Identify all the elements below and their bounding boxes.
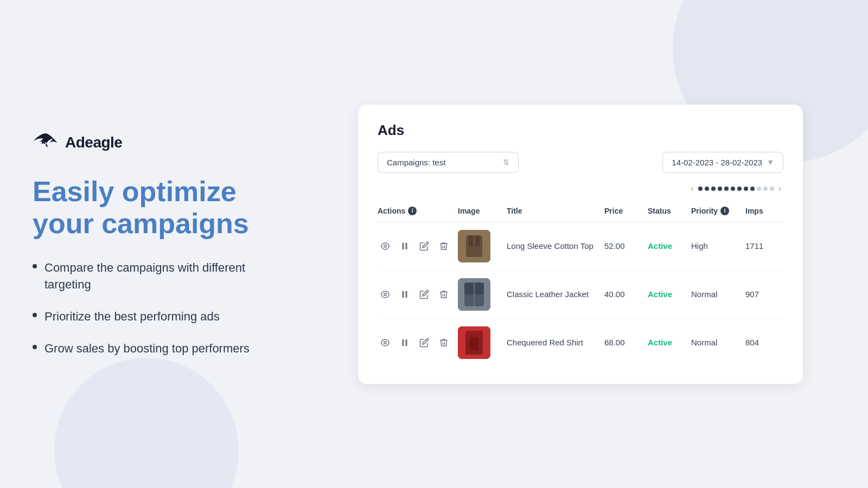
svg-rect-15 (403, 339, 404, 346)
row2-title: Classic Leather Jacket (507, 270, 604, 318)
row2-product-image (458, 278, 490, 311)
row1-view-button[interactable] (378, 239, 393, 254)
dot-6 (731, 187, 735, 191)
dot-7 (737, 187, 742, 191)
row3-action-icons (378, 335, 451, 350)
row2-imps: 907 (745, 270, 783, 318)
row1-edit-button[interactable] (417, 239, 432, 254)
left-panel: Adeagle Easily optimize your campaigns C… (33, 131, 293, 357)
dot-5 (724, 187, 729, 191)
row1-delete-button[interactable] (436, 239, 451, 254)
campaign-selector[interactable]: Campaigns: test ⇅ (378, 152, 519, 173)
table-row: Classic Leather Jacket 40.00 Active Norm… (378, 270, 783, 318)
row3-delete-button[interactable] (436, 335, 451, 350)
bullet-text-2: Prioritize the best performing ads (44, 309, 220, 325)
date-range-selector[interactable]: 14-02-2023 - 28-02-2023 ▼ (662, 152, 783, 173)
svg-point-0 (384, 245, 387, 247)
pagination-prev-arrow[interactable]: ‹ (688, 184, 695, 194)
headline: Easily optimize your campaigns (33, 176, 293, 241)
controls-row: Campaigns: test ⇅ 14-02-2023 - 28-02-202… (378, 152, 783, 173)
pagination-dots: ‹ › (378, 184, 783, 194)
svg-rect-16 (406, 339, 407, 346)
bullet-dot-3 (33, 345, 37, 349)
row1-status-badge: Active (648, 241, 672, 251)
row1-price: 52.00 (604, 222, 648, 270)
row2-action-icons (378, 287, 451, 302)
row3-edit-button[interactable] (417, 335, 432, 350)
right-panel: Ads Campaigns: test ⇅ 14-02-2023 - 28-02… (326, 105, 835, 384)
table-header-row: Actions i Image Title Price Status Prior… (378, 202, 783, 222)
col-header-image: Image (458, 202, 507, 222)
row2-status: Active (648, 270, 691, 318)
date-range-label: 14-02-2023 - 28-02-2023 (672, 158, 762, 167)
row3-actions (378, 318, 458, 367)
row1-priority: High (691, 222, 745, 270)
logo-icon (33, 131, 59, 154)
row1-action-icons (378, 239, 451, 254)
svg-rect-8 (403, 291, 404, 298)
bullet-dot-1 (33, 264, 37, 268)
logo-text: Adeagle (65, 134, 122, 151)
pagination-next-arrow[interactable]: › (776, 184, 783, 194)
row3-product-image (458, 326, 490, 359)
svg-rect-9 (406, 291, 407, 298)
row3-price: 68.00 (604, 318, 648, 367)
card-title: Ads (378, 122, 783, 139)
row2-view-button[interactable] (378, 287, 393, 302)
svg-point-7 (384, 293, 387, 296)
col-header-priority: Priority i (691, 202, 745, 222)
col-header-price: Price (604, 202, 648, 222)
priority-info-badge: i (720, 207, 729, 215)
row3-image (458, 318, 507, 367)
row3-pause-button[interactable] (397, 335, 412, 350)
bullet-item-3: Grow sales by boosting top performers (33, 341, 293, 357)
row3-status-badge: Active (648, 338, 672, 347)
bullet-text-1: Compare the campaigns with different tar… (44, 260, 293, 293)
actions-info-badge: i (408, 207, 417, 215)
row2-edit-button[interactable] (417, 287, 432, 302)
select-arrows-icon: ⇅ (503, 158, 509, 166)
row2-delete-button[interactable] (436, 287, 451, 302)
campaign-select-label: Campaigns: test (387, 158, 499, 167)
row1-product-image (458, 230, 490, 262)
col-header-status: Status (648, 202, 691, 222)
svg-point-14 (384, 341, 387, 344)
row3-status: Active (648, 318, 691, 367)
col-header-imps: Imps (745, 202, 783, 222)
svg-rect-5 (469, 235, 473, 246)
page-layout: Adeagle Easily optimize your campaigns C… (0, 0, 868, 488)
bullet-item-2: Prioritize the best performing ads (33, 309, 293, 325)
row2-priority: Normal (691, 270, 745, 318)
table-row: Chequered Red Shirt 68.00 Active Normal … (378, 318, 783, 367)
svg-rect-1 (403, 243, 404, 249)
col-header-title: Title (507, 202, 604, 222)
row1-pause-button[interactable] (397, 239, 412, 254)
dot-4 (718, 187, 722, 191)
table-row: Long Sleeve Cotton Top 52.00 Active High… (378, 222, 783, 270)
bullet-item-1: Compare the campaigns with different tar… (33, 260, 293, 293)
row3-view-button[interactable] (378, 335, 393, 350)
date-chevron-icon: ▼ (767, 158, 774, 166)
row1-imps: 1711 (745, 222, 783, 270)
row2-actions (378, 270, 458, 318)
row2-status-badge: Active (648, 290, 672, 299)
row1-title: Long Sleeve Cotton Top (507, 222, 604, 270)
col-header-actions: Actions i (378, 202, 458, 222)
row2-pause-button[interactable] (397, 287, 412, 302)
dot-10 (757, 187, 761, 191)
row2-image (458, 270, 507, 318)
dot-2 (705, 187, 709, 191)
row2-price: 40.00 (604, 270, 648, 318)
row1-image (458, 222, 507, 270)
ads-card: Ads Campaigns: test ⇅ 14-02-2023 - 28-02… (358, 105, 803, 384)
ads-table: Actions i Image Title Price Status Prior… (378, 202, 783, 367)
dot-1 (698, 187, 703, 191)
priority-header-label: Priority i (691, 207, 729, 215)
svg-rect-19 (465, 331, 483, 337)
dot-12 (770, 187, 774, 191)
bullet-text-3: Grow sales by boosting top performers (44, 341, 250, 357)
row1-actions (378, 222, 458, 270)
bullet-dot-2 (33, 313, 37, 317)
row3-title: Chequered Red Shirt (507, 318, 604, 367)
dot-11 (763, 187, 768, 191)
